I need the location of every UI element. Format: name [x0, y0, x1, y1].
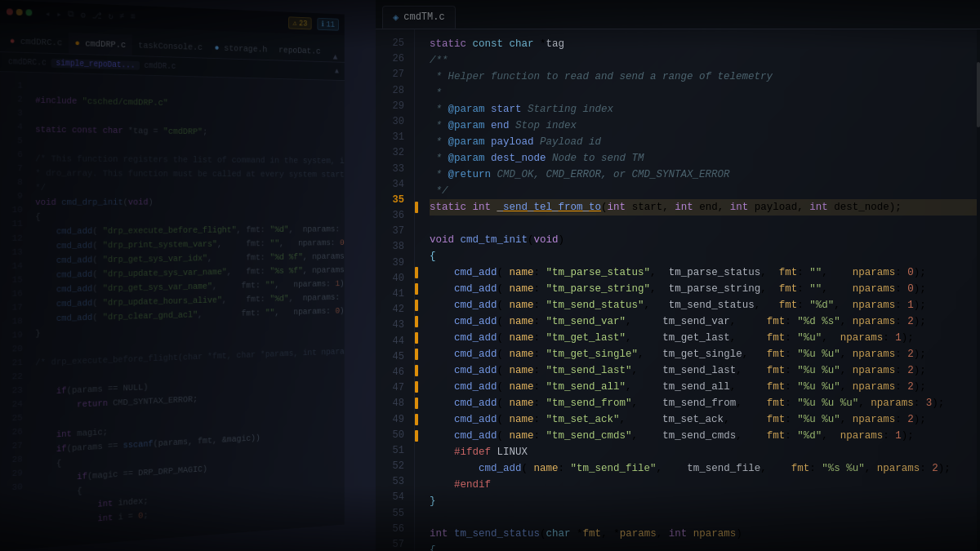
- left-panel: ◂ ▸ ⧉ ⚙ ⎇ ↻ ≠ ≡ ⚠ 23 ℹ 11: [0, 0, 345, 551]
- right-panel: ◈ cmdTM.c 25 26 27 28 29 30 31 32 33 34 …: [376, 0, 980, 551]
- left-code-content: #include "csched/cmdDRP.c" static const …: [29, 73, 344, 551]
- scrollbar[interactable]: [977, 29, 980, 551]
- list-item: int tm_send_status(char *fmt, *params, i…: [430, 526, 977, 542]
- file-icon: ◈: [393, 11, 399, 24]
- line-numbers: 25 26 27 28 29 30 31 32 33 34 35 36 37 3…: [376, 29, 415, 551]
- info-icon: ℹ: [322, 20, 324, 29]
- list-item: * dro_array. This function must be calle…: [35, 167, 345, 182]
- list-item: cmd_add( name: "tm_send_cmds", tm_send_c…: [430, 428, 977, 444]
- list-item: * @param start Starting index: [430, 101, 977, 118]
- list-item: cmd_add( name: "tm_parse_string", tm_par…: [430, 281, 977, 297]
- tab-cmdDRC[interactable]: ● cmdDRC.c: [3, 30, 69, 53]
- tab-storage[interactable]: ● storage.h: [208, 38, 273, 60]
- warning-count: 23: [299, 19, 307, 28]
- list-item: /* This function registers the list of c…: [35, 152, 345, 168]
- list-item: cmd_add( name: "tm_send_from", tm_send_f…: [430, 395, 977, 411]
- scroll-thumb[interactable]: [977, 62, 980, 127]
- code-area: 25 26 27 28 29 30 31 32 33 34 35 36 37 3…: [376, 29, 980, 551]
- warning-icon: ⚠: [292, 18, 296, 27]
- list-item: void cmd_drp_init(void): [35, 196, 345, 211]
- list-item: void cmd_tm_init(void): [430, 232, 977, 248]
- diff-icon[interactable]: ≠: [119, 11, 124, 21]
- list-item: cmd_add( name: "tm_parse_status", tm_par…: [430, 264, 977, 281]
- list-item: }: [430, 493, 977, 509]
- code-content: static const char *tag /** * Helper func…: [420, 29, 977, 551]
- tab-cmdDRP[interactable]: ● cmdDRP.c: [69, 33, 132, 56]
- list-item: cmd_add( name: "tm_send_var", tm_send_va…: [430, 313, 977, 330]
- list-item: cmd_add( name: "tm_send_last", tm_send_l…: [430, 362, 977, 379]
- list-item: * Helper function to read and send a ran…: [430, 69, 977, 85]
- left-line-numbers: 1 2 3 4 5 6 7 8 9 10 11 12 13 14 15 16 1…: [0, 72, 29, 551]
- list-item: * @return CMD_OK, CMD_ERROR, or CMD_SYNT…: [430, 167, 977, 183]
- list-item: cmd_add( name: "tm_get_last", tm_get_las…: [430, 330, 977, 346]
- list-item: cmd_add( name: "tm_send_all", tm_send_al…: [430, 379, 977, 395]
- tab-taskConsole[interactable]: taskConsole.c: [132, 35, 209, 58]
- arrow-right-icon[interactable]: ▸: [56, 8, 61, 19]
- close-dot[interactable]: [7, 8, 13, 15]
- list-item: */: [35, 181, 345, 196]
- left-code-area: 1 2 3 4 5 6 7 8 9 10 11 12 13 14 15 16 1…: [0, 72, 345, 551]
- list-item: /**: [430, 52, 977, 69]
- settings-icon[interactable]: ⚙: [81, 9, 86, 20]
- maximize-dot[interactable]: [26, 9, 33, 16]
- list-item: cmd_add( name: "tm_send_file", tm_send_f…: [430, 460, 977, 477]
- split-icon[interactable]: ⧉: [68, 9, 74, 20]
- info-count: 11: [327, 20, 335, 29]
- list-item: #endif: [430, 477, 977, 493]
- list-item: {: [430, 248, 977, 264]
- arrow-left-icon[interactable]: ◂: [45, 8, 50, 19]
- list-item: cmd_add( name: "tm_get_single", tm_get_s…: [430, 346, 977, 362]
- menu-icon[interactable]: ≡: [131, 11, 136, 22]
- list-item: cmd_add( name: "tm_set_ack", tm_set_ack,…: [430, 411, 977, 428]
- list-item: * @param payload Payload id: [430, 134, 977, 150]
- list-item: * @param dest_node Node to send TM: [430, 150, 977, 167]
- list-item: *: [430, 85, 977, 101]
- sync-icon[interactable]: ↻: [108, 11, 113, 21]
- list-item: [430, 216, 977, 232]
- list-item: #ifdef LINUX: [430, 444, 977, 460]
- editor-container: ◂ ▸ ⧉ ⚙ ⎇ ↻ ≠ ≡ ⚠ 23 ℹ 11: [0, 0, 980, 551]
- tab-cmdTM[interactable]: ◈ cmdTM.c: [382, 6, 456, 29]
- branch-icon[interactable]: ⎇: [91, 10, 101, 20]
- tab-repoDat[interactable]: repoDat.c: [273, 40, 326, 61]
- list-item: cmd_add( name: "tm_send_status", tm_send…: [430, 297, 977, 313]
- minimize-dot[interactable]: [16, 9, 23, 16]
- list-item: * @param end Stop index: [430, 118, 977, 134]
- info-badge: ℹ 11: [317, 18, 339, 31]
- right-tab-bar: ◈ cmdTM.c: [376, 0, 980, 29]
- list-item: [430, 509, 977, 526]
- list-item: static const char *tag: [430, 36, 977, 52]
- list-item: */: [430, 183, 977, 199]
- warning-badge: ⚠ 23: [288, 16, 312, 29]
- tab-label: cmdTM.c: [403, 11, 444, 23]
- toolbar-icons: ◂ ▸ ⧉ ⚙ ⎇ ↻ ≠ ≡: [45, 8, 136, 22]
- list-item: {: [430, 542, 977, 551]
- list-item: static int _send_tel_from_to(int start, …: [430, 199, 977, 216]
